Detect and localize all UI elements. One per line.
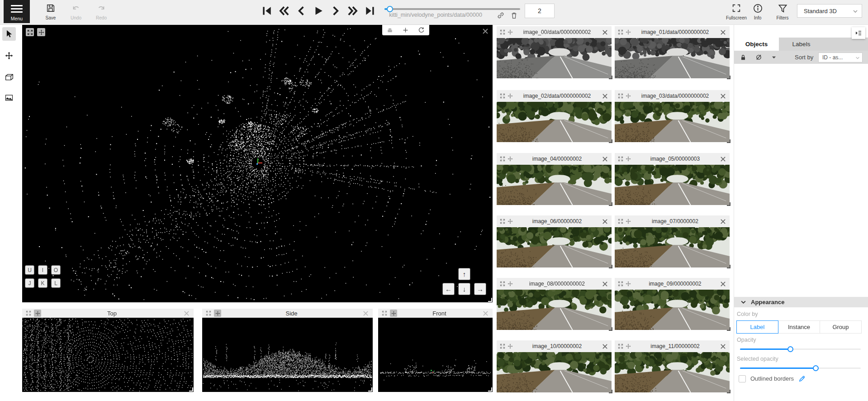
expand-icon[interactable] <box>26 310 31 316</box>
expand-icon[interactable] <box>500 93 505 99</box>
subview-side[interactable] <box>202 318 373 392</box>
resize-handle[interactable] <box>609 327 612 331</box>
resize-handle[interactable] <box>727 327 730 331</box>
expand-icon[interactable] <box>500 281 505 286</box>
reset-view-icon[interactable] <box>416 26 427 35</box>
expand-icon[interactable] <box>206 310 211 316</box>
close-icon[interactable] <box>601 29 608 36</box>
resize-handle[interactable] <box>609 265 612 268</box>
eyedropper-icon[interactable] <box>798 375 806 382</box>
close-icon[interactable] <box>601 155 608 162</box>
resize-handle[interactable] <box>609 390 612 393</box>
pan-left-button[interactable]: ← <box>442 283 455 295</box>
filters-button[interactable]: Filters <box>770 2 795 23</box>
save-button[interactable]: Save <box>38 2 63 23</box>
prev-frame-button[interactable] <box>294 4 308 18</box>
last-frame-button[interactable] <box>363 4 377 18</box>
close-main-view-icon[interactable] <box>482 28 489 35</box>
expand-icon[interactable] <box>500 29 505 35</box>
move-icon[interactable] <box>626 156 631 162</box>
move-icon[interactable] <box>508 93 513 99</box>
close-icon[interactable] <box>601 92 608 100</box>
selected-opacity-slider-handle[interactable] <box>813 365 819 371</box>
hotkey-u-button[interactable]: U <box>25 265 34 275</box>
lock-icon[interactable] <box>738 52 749 63</box>
camera-image-thumbnail[interactable] <box>615 352 730 392</box>
pan-right-button[interactable]: → <box>474 283 486 295</box>
camera-image-thumbnail[interactable] <box>497 290 612 330</box>
move-icon[interactable] <box>508 156 513 162</box>
move-icon[interactable] <box>626 219 631 224</box>
pan-up-button[interactable]: ↑ <box>458 268 470 280</box>
close-icon[interactable] <box>482 310 489 317</box>
camera-image-thumbnail[interactable] <box>615 227 730 267</box>
resize-handle[interactable] <box>727 76 730 79</box>
pan-down-button[interactable]: ↓ <box>458 283 470 295</box>
add-icon[interactable] <box>400 26 412 35</box>
hide-all-icon[interactable] <box>753 52 764 63</box>
fullscreen-button[interactable]: Fullscreen <box>724 2 749 23</box>
camera-image-thumbnail[interactable] <box>615 38 730 78</box>
close-icon[interactable] <box>719 280 726 287</box>
expand-icon[interactable] <box>618 156 623 162</box>
tab-objects[interactable]: Objects <box>734 38 779 51</box>
close-icon[interactable] <box>719 343 726 350</box>
translate-tool-button[interactable] <box>2 49 16 62</box>
hotkey-l-button[interactable]: L <box>51 278 61 288</box>
expand-icon[interactable] <box>500 219 505 224</box>
resize-handle[interactable] <box>727 139 730 143</box>
move-icon[interactable] <box>508 281 513 286</box>
opacity-slider-handle[interactable] <box>787 346 793 352</box>
expand-icon[interactable] <box>382 310 387 316</box>
expand-icon[interactable] <box>618 219 623 224</box>
resize-handle[interactable] <box>727 390 730 393</box>
opacity-slider[interactable] <box>740 346 861 352</box>
close-icon[interactable] <box>183 310 190 317</box>
color-by-instance-option[interactable]: Instance <box>778 320 820 334</box>
expand-icon[interactable] <box>618 29 623 35</box>
close-icon[interactable] <box>719 29 726 36</box>
select-tool-button[interactable] <box>2 27 16 41</box>
color-by-label-option[interactable]: Label <box>736 320 778 334</box>
move-icon[interactable] <box>626 93 631 99</box>
resize-handle[interactable] <box>488 387 492 391</box>
camera-image-thumbnail[interactable] <box>615 290 730 330</box>
close-icon[interactable] <box>719 92 726 100</box>
delete-frame-icon[interactable] <box>510 11 518 19</box>
lidar-3d-viewport[interactable] <box>22 25 493 302</box>
sort-select[interactable]: ID - as... <box>818 53 863 62</box>
resize-handle[interactable] <box>368 387 372 391</box>
fast-forward-button[interactable] <box>346 4 360 18</box>
fast-rewind-button[interactable] <box>277 4 291 18</box>
resize-handle[interactable] <box>488 298 492 302</box>
camera-image-thumbnail[interactable] <box>497 352 612 392</box>
close-icon[interactable] <box>719 155 726 162</box>
resize-handle[interactable] <box>609 76 612 79</box>
frame-number-input[interactable] <box>525 4 555 18</box>
cuboid-tool-button[interactable] <box>2 70 16 84</box>
next-frame-button[interactable] <box>329 4 342 18</box>
subview-front[interactable] <box>378 318 493 392</box>
hotkey-o-button[interactable]: O <box>51 265 61 275</box>
resize-handle[interactable] <box>609 139 612 143</box>
resize-handle[interactable] <box>727 202 730 206</box>
close-icon[interactable] <box>362 310 369 317</box>
camera-image-thumbnail[interactable] <box>497 102 612 142</box>
camera-image-thumbnail[interactable] <box>497 227 612 267</box>
color-by-group-option[interactable]: Group <box>820 320 862 334</box>
move-icon[interactable] <box>214 310 221 317</box>
close-icon[interactable] <box>719 218 726 225</box>
first-frame-button[interactable] <box>260 4 274 18</box>
expand-icon[interactable] <box>618 93 623 99</box>
expand-icon[interactable] <box>500 344 505 349</box>
camera-image-thumbnail[interactable] <box>497 38 612 78</box>
render-options-icon[interactable] <box>384 26 396 35</box>
hotkey-k-button[interactable]: K <box>38 278 47 288</box>
move-view-button[interactable] <box>37 28 45 36</box>
caret-down-icon[interactable] <box>768 52 779 63</box>
timeline-handle[interactable] <box>387 6 393 12</box>
hotkey-i-button[interactable]: I <box>38 265 47 275</box>
expand-icon[interactable] <box>618 281 623 286</box>
redo-button[interactable]: Redo <box>89 2 114 23</box>
move-icon[interactable] <box>390 310 397 317</box>
